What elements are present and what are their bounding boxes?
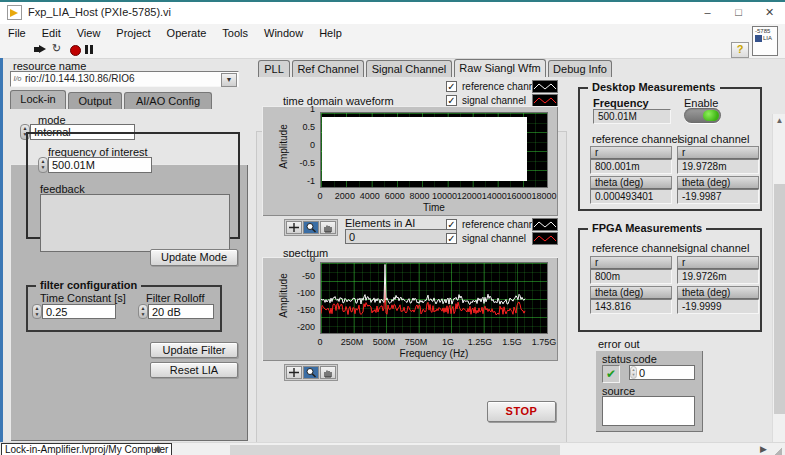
signal-channel-checkbox[interactable]: ✓ bbox=[446, 233, 457, 244]
menu-operate[interactable]: Operate bbox=[159, 26, 215, 40]
pan-tool-icon[interactable] bbox=[320, 366, 336, 379]
frequency-spinner[interactable]: ▲▼ bbox=[38, 157, 48, 173]
status-check-icon: ✔ bbox=[606, 367, 616, 381]
vi-icon-text-1: -5785 bbox=[755, 28, 775, 35]
signal-channel-label: signal channel bbox=[679, 242, 749, 254]
cursor-tool-icon[interactable] bbox=[286, 366, 302, 379]
vertical-scrollbar[interactable]: ▲ ▼ bbox=[772, 114, 785, 455]
resource-name-combo[interactable]: I/o rio://10.144.130.86/RIO6 ▼ bbox=[10, 71, 239, 87]
maximize-button[interactable]: □ bbox=[723, 2, 754, 24]
feedback-string-indicator bbox=[40, 194, 230, 252]
context-help-button[interactable]: ? bbox=[731, 42, 749, 58]
scroll-left-icon[interactable]: ◀ bbox=[153, 444, 160, 454]
error-out-label: error out bbox=[598, 338, 640, 350]
menu-file[interactable]: File bbox=[0, 26, 34, 40]
legend-row-signal: ✓ signal channel bbox=[446, 232, 558, 246]
pan-tool-icon[interactable] bbox=[320, 221, 336, 234]
execution-context-selector[interactable]: Lock-in-Amplifier.lvproj/My Computer bbox=[1, 443, 172, 455]
signal-channel-label: signal channel bbox=[679, 133, 749, 145]
legend-reference-label: reference channel bbox=[462, 81, 542, 92]
reset-lia-button[interactable]: Reset LIA bbox=[150, 362, 238, 378]
front-panel-area: resource name I/o rio://10.144.130.86/RI… bbox=[0, 58, 785, 442]
zoom-tool-icon[interactable] bbox=[303, 366, 319, 379]
menu-help[interactable]: Help bbox=[311, 26, 350, 40]
abort-icon[interactable] bbox=[70, 45, 81, 56]
time-constant-label: Time Constant [s] bbox=[40, 292, 126, 304]
zoom-tool-icon[interactable] bbox=[303, 221, 319, 234]
time-x-axis-label: Time bbox=[320, 202, 548, 213]
tick-label: 0 bbox=[303, 337, 337, 347]
r-value: 19.9728m bbox=[677, 159, 759, 174]
enable-toggle[interactable] bbox=[684, 108, 721, 123]
menu-tools[interactable]: Tools bbox=[214, 26, 256, 40]
trace-reference-channel bbox=[321, 264, 525, 304]
reference-plot-swatch[interactable] bbox=[532, 218, 558, 231]
bottom-scrollbar: Lock-in-Amplifier.lvproj/My Computer ◀ ▶ bbox=[0, 442, 785, 455]
fpga-measurements-title: FPGA Measurements bbox=[588, 222, 706, 234]
spectrum-plot-area[interactable] bbox=[320, 262, 548, 334]
pause-icon[interactable] bbox=[85, 45, 93, 54]
update-mode-button[interactable]: Update Mode bbox=[150, 249, 238, 266]
horizontal-scroll-thumb[interactable] bbox=[230, 445, 560, 455]
vi-icon-floppy: LIA bbox=[755, 35, 775, 42]
scroll-right-icon[interactable]: ▶ bbox=[760, 444, 767, 454]
cursor-tool-icon[interactable] bbox=[286, 221, 302, 234]
tab-signal-channel[interactable]: Signal Channel bbox=[366, 60, 452, 77]
r-value: 800m bbox=[590, 269, 672, 284]
time-plot-area[interactable] bbox=[320, 112, 548, 188]
spectrum-y-tick-labels: 0-50-100-150-200 bbox=[288, 258, 318, 330]
resource-dropdown-arrow[interactable]: ▼ bbox=[221, 73, 237, 87]
run-icon[interactable] bbox=[34, 45, 47, 54]
menu-window[interactable]: Window bbox=[256, 26, 311, 40]
legend-reference-label: reference channel bbox=[462, 219, 542, 230]
signal-plot-swatch[interactable] bbox=[532, 232, 558, 245]
tab-ref-channel[interactable]: Ref Channel bbox=[292, 60, 364, 77]
menu-bar: File Edit View Project Operate Tools Win… bbox=[0, 24, 785, 42]
tab-debug-info[interactable]: Debug Info bbox=[548, 60, 612, 77]
filter-rolloff-spinner[interactable]: ▲▼ bbox=[138, 304, 148, 319]
elements-in-ai-label: Elements in AI bbox=[345, 217, 415, 229]
tick-label: -100 bbox=[297, 288, 315, 298]
scroll-up-icon[interactable]: ▲ bbox=[773, 116, 785, 125]
menu-project[interactable]: Project bbox=[108, 26, 158, 40]
legend-row-reference: ✓ reference channel bbox=[446, 80, 558, 94]
update-filter-button[interactable]: Update Filter bbox=[150, 342, 238, 358]
filter-rolloff-input[interactable]: 20 dB bbox=[148, 304, 214, 319]
theta-value: -19.9987 bbox=[677, 189, 759, 204]
spectrum-traces bbox=[321, 263, 545, 331]
vi-icon-thumbnail[interactable]: -5785 LIA bbox=[752, 26, 778, 56]
stop-button[interactable]: STOP bbox=[487, 401, 556, 422]
menu-edit[interactable]: Edit bbox=[34, 26, 69, 40]
window-title: Fxp_LIA_Host (PXIe-5785).vi bbox=[28, 6, 171, 18]
theta-label: theta (deg) bbox=[590, 176, 672, 189]
vertical-scroll-thumb[interactable] bbox=[774, 184, 785, 414]
run-continuously-icon[interactable]: ↻ bbox=[52, 42, 61, 55]
time-constant-spinner[interactable]: ▲▼ bbox=[32, 304, 42, 319]
tab-raw-siangl-wfm[interactable]: Raw Siangl Wfm bbox=[454, 59, 546, 77]
labview-front-panel-window: Fxp_LIA_Host (PXIe-5785).vi – □ ✕ File E… bbox=[0, 0, 785, 455]
menu-view[interactable]: View bbox=[69, 26, 109, 40]
title-bar[interactable]: Fxp_LIA_Host (PXIe-5785).vi – □ ✕ bbox=[0, 2, 785, 25]
time-constant-input[interactable]: 0.25 bbox=[42, 304, 116, 319]
tab-ai-ao-config[interactable]: AI/AO Config bbox=[124, 92, 212, 109]
elements-in-ai-indicator: 0 bbox=[345, 229, 457, 244]
tab-output[interactable]: Output bbox=[68, 92, 122, 109]
spectrum-y-axis-label: Amplitude bbox=[278, 261, 289, 331]
reference-plot-swatch[interactable] bbox=[532, 80, 558, 93]
code-label: code bbox=[633, 353, 657, 365]
theta-value: -19.9999 bbox=[677, 299, 759, 314]
frequency-of-interest-input[interactable]: 500.01M bbox=[48, 157, 152, 173]
r-value: 800.001m bbox=[590, 159, 672, 174]
tab-lock-in[interactable]: Lock-in bbox=[10, 90, 66, 109]
dense-waveform-fill bbox=[322, 117, 527, 182]
resize-grip[interactable] bbox=[773, 447, 782, 455]
source-indicator bbox=[602, 396, 695, 426]
tab-pll[interactable]: PLL bbox=[258, 60, 290, 77]
signal-channel-checkbox[interactable]: ✓ bbox=[446, 95, 457, 106]
minimize-button[interactable]: – bbox=[692, 2, 723, 24]
status-label: status bbox=[602, 353, 631, 365]
close-button[interactable]: ✕ bbox=[754, 2, 785, 24]
tick-label: -200 bbox=[297, 322, 315, 332]
reference-channel-checkbox[interactable]: ✓ bbox=[446, 219, 457, 230]
reference-channel-checkbox[interactable]: ✓ bbox=[446, 81, 457, 92]
